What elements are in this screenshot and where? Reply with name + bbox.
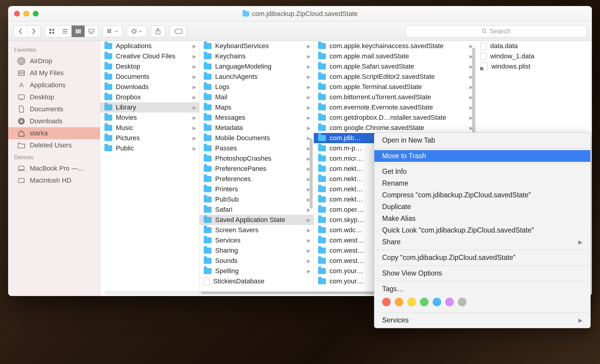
desktop-icon [17,93,26,101]
column-row[interactable]: Downloads▶ [100,82,199,92]
search-field[interactable]: Search [406,25,586,37]
column-row[interactable]: Public▶ [100,143,199,153]
menu-item[interactable]: Services▶ [374,314,590,326]
sidebar-item[interactable]: starka [8,127,100,139]
column-row[interactable]: Printers▶ [199,184,314,194]
tag-dot[interactable] [382,298,391,306]
column-row[interactable]: StickiesDatabase [199,276,314,286]
column-row[interactable]: com.apple.Safari.savedState▶ [314,61,476,72]
tag-dot[interactable] [407,298,416,306]
column-row[interactable]: Music▶ [100,123,199,133]
column-row[interactable]: Logs▶ [199,82,314,92]
column-row[interactable]: Mobile Documents▶ [199,133,314,143]
minimize-button[interactable] [23,11,29,17]
column-row[interactable]: Safari▶ [199,205,314,215]
menu-item[interactable]: Compress "com.jdibackup.ZipCloud.savedSt… [374,189,590,201]
column-row[interactable]: LaunchAgents▶ [199,72,314,82]
column-row[interactable]: Pictures▶ [100,133,199,143]
tag-dot[interactable] [433,298,441,306]
column-row[interactable]: data.data [476,41,592,51]
list-view-button[interactable] [58,26,72,37]
column-row[interactable]: com.bittorrent.uTorrent.savedState▶ [314,92,476,102]
column-row[interactable]: KeyboardServices▶ [199,41,314,51]
column-row[interactable]: Applications▶ [100,41,199,51]
tag-dot[interactable] [395,298,403,306]
menu-item[interactable]: Share▶ [374,236,590,248]
column-row[interactable]: Passes▶ [199,143,314,153]
back-button[interactable] [14,26,27,37]
folder-icon [204,104,212,110]
menu-item[interactable]: Quick Look "com.jdibackup.ZipCloud.saved… [374,224,590,236]
column-row[interactable]: window_1.data [476,51,592,61]
menu-item[interactable]: Get Info [374,166,590,177]
column-row[interactable]: com.apple.mail.savedState▶ [314,51,476,61]
menu-item[interactable]: Tags… [374,283,590,295]
column-row[interactable]: Movies▶ [100,113,199,123]
column-row[interactable]: PreferencePanes▶ [199,164,314,174]
sidebar-item[interactable]: AApplications [8,79,100,91]
sidebar-item[interactable]: Documents [8,103,100,115]
menu-item[interactable]: Rename [374,177,590,189]
column-view-button[interactable] [72,26,85,37]
menu-item[interactable]: Make Alias [374,213,590,224]
folder-icon [318,115,326,121]
action-button[interactable] [127,26,147,37]
icon-view-button[interactable] [45,26,58,37]
sidebar-item[interactable]: Macintosh HD [8,174,100,187]
column-row[interactable]: Keychains▶ [199,51,314,61]
share-button[interactable] [151,26,165,37]
sidebar-item[interactable]: Downloads [8,115,100,127]
gallery-view-button[interactable] [85,26,98,37]
close-button[interactable] [14,11,20,17]
sidebar-item[interactable]: AirDrop [8,55,100,67]
column-row[interactable]: Metadata▶ [199,123,314,133]
column-row[interactable]: Sharing▶ [199,245,314,256]
column-row[interactable]: Preferences▶ [199,174,314,184]
column-row[interactable]: Documents▶ [100,72,199,82]
tag-dot[interactable] [458,298,466,306]
svg-rect-8 [78,29,79,33]
column-row[interactable]: LanguageModeling▶ [199,61,314,72]
menu-item[interactable]: Duplicate [374,201,590,213]
column-row[interactable]: com.apple.Terminal.savedState▶ [314,82,476,92]
forward-button[interactable] [27,26,40,37]
menu-item[interactable]: Show View Options [374,267,590,279]
tags-button[interactable] [169,26,187,37]
tag-dot[interactable] [420,298,428,306]
column-row[interactable]: Mail▶ [199,92,314,102]
column-row[interactable]: com.evernote.Evernote.savedState▶ [314,102,476,113]
menu-item[interactable]: Copy "com.jdibackup.ZipCloud.savedState" [374,252,590,264]
column-row[interactable]: Screen Savers▶ [199,225,314,235]
zoom-button[interactable] [33,11,39,17]
folder-icon [104,53,112,59]
column-row[interactable]: windows.plist [476,61,592,72]
column-row[interactable]: Services▶ [199,235,314,245]
column-row[interactable]: Saved Application State▶ [199,215,314,225]
chevron-right-icon: ▶ [193,94,196,100]
folder-icon [318,237,326,243]
column-row[interactable]: com.apple.keychainaccess.savedState▶ [314,41,476,51]
column-row[interactable]: com.getdropbox.D…nstaller.savedState▶ [314,113,476,123]
arrange-button[interactable] [103,26,122,37]
column-row[interactable]: Dropbox▶ [100,92,199,102]
menu-item[interactable]: Move to Trash [374,150,590,162]
column-row[interactable]: Desktop▶ [100,61,199,72]
column-row[interactable]: PhotoshopCrashes▶ [199,153,314,164]
vertical-scrollbar[interactable] [309,43,313,294]
sidebar-item[interactable]: Deleted Users [8,139,100,151]
column-row[interactable]: Messages▶ [199,113,314,123]
sidebar-item[interactable]: All My Files [8,67,100,79]
column-row[interactable]: PubSub▶ [199,194,314,205]
row-label: Keychains [215,52,303,60]
column-row[interactable]: Creative Cloud Files▶ [100,51,199,61]
column-row[interactable]: Spelling▶ [199,266,314,276]
menu-item[interactable]: Open in New Tab [374,134,590,146]
column-row[interactable]: Sounds▶ [199,256,314,266]
tag-dot[interactable] [445,298,454,306]
column-row[interactable]: Maps▶ [199,102,314,113]
column-row[interactable]: Library▶ [100,102,199,113]
sidebar-item[interactable]: Desktop [8,91,100,103]
column-row[interactable]: com.apple.ScriptEditor2.savedState▶ [314,72,476,82]
sidebar-item[interactable]: MacBook Pro —… [8,162,100,174]
column-row[interactable]: com.google.Chrome.savedState▶ [314,123,476,133]
